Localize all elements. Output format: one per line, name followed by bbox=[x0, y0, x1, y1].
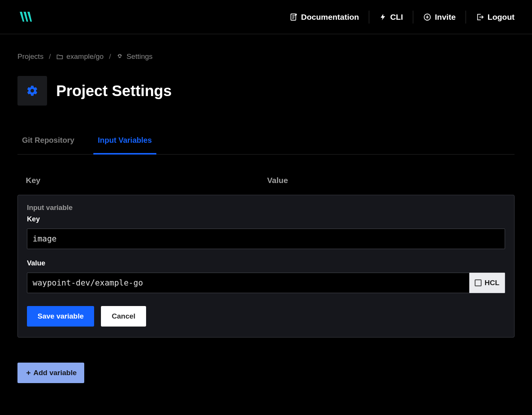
value-label: Value bbox=[27, 259, 505, 267]
plus-icon bbox=[25, 369, 32, 376]
folder-icon bbox=[56, 53, 63, 60]
svg-point-7 bbox=[119, 55, 121, 56]
tabs: Git Repository Input Variables bbox=[17, 136, 515, 155]
gear-icon bbox=[26, 85, 38, 97]
logout-icon bbox=[476, 13, 484, 21]
save-variable-button[interactable]: Save variable bbox=[27, 306, 94, 327]
nav-divider bbox=[413, 11, 413, 24]
main-content: Projects / example/go / Settings Project… bbox=[0, 34, 532, 401]
breadcrumb-separator: / bbox=[109, 52, 111, 61]
breadcrumb-separator: / bbox=[49, 52, 51, 61]
form-buttons: Save variable Cancel bbox=[27, 306, 505, 327]
breadcrumb-project[interactable]: example/go bbox=[56, 52, 104, 61]
plus-circle-icon bbox=[423, 13, 431, 21]
nav-documentation[interactable]: Documentation bbox=[289, 13, 359, 22]
nav-divider bbox=[369, 11, 369, 24]
add-variable-button[interactable]: Add variable bbox=[17, 363, 84, 383]
waypoint-logo-icon bbox=[17, 9, 34, 25]
bolt-icon bbox=[379, 13, 387, 21]
nav-divider bbox=[466, 11, 466, 24]
key-input[interactable] bbox=[27, 229, 505, 249]
hcl-checkbox[interactable] bbox=[475, 279, 482, 286]
add-variable-label: Add variable bbox=[33, 369, 77, 377]
variable-card: Input variable Key Value HCL Save variab… bbox=[17, 195, 515, 338]
brand-logo[interactable] bbox=[17, 9, 34, 25]
breadcrumb-projects-label: Projects bbox=[17, 52, 44, 61]
tab-input-variables[interactable]: Input Variables bbox=[93, 136, 156, 155]
topbar: Documentation CLI Invite Logout bbox=[0, 0, 532, 34]
nav-invite-label: Invite bbox=[435, 13, 456, 22]
breadcrumb-settings-label: Settings bbox=[126, 52, 153, 61]
nav-logout-label: Logout bbox=[488, 13, 515, 22]
breadcrumb-settings[interactable]: Settings bbox=[116, 52, 153, 61]
hcl-label: HCL bbox=[485, 279, 499, 287]
nav-documentation-label: Documentation bbox=[301, 13, 359, 22]
breadcrumb-project-label: example/go bbox=[66, 52, 104, 61]
document-icon bbox=[289, 13, 297, 21]
column-key-header: Key bbox=[26, 176, 267, 185]
nav-invite[interactable]: Invite bbox=[423, 13, 456, 22]
cancel-button[interactable]: Cancel bbox=[101, 306, 146, 327]
breadcrumb-projects[interactable]: Projects bbox=[17, 52, 44, 61]
nav-logout[interactable]: Logout bbox=[476, 13, 515, 22]
tab-git-repository[interactable]: Git Repository bbox=[17, 136, 79, 155]
key-label: Key bbox=[27, 215, 505, 223]
nav-cli[interactable]: CLI bbox=[379, 13, 403, 22]
column-value-header: Value bbox=[267, 176, 506, 185]
breadcrumb: Projects / example/go / Settings bbox=[17, 52, 515, 61]
page-header: Project Settings bbox=[17, 76, 515, 106]
table-header: Key Value bbox=[17, 176, 515, 185]
page-icon-box bbox=[17, 76, 47, 106]
card-title: Input variable bbox=[27, 204, 505, 212]
gear-icon bbox=[116, 53, 123, 60]
page-title: Project Settings bbox=[56, 82, 172, 99]
nav-cli-label: CLI bbox=[390, 13, 403, 22]
top-navigation: Documentation CLI Invite Logout bbox=[289, 11, 515, 24]
value-input[interactable] bbox=[27, 273, 469, 293]
hcl-toggle[interactable]: HCL bbox=[469, 273, 505, 293]
